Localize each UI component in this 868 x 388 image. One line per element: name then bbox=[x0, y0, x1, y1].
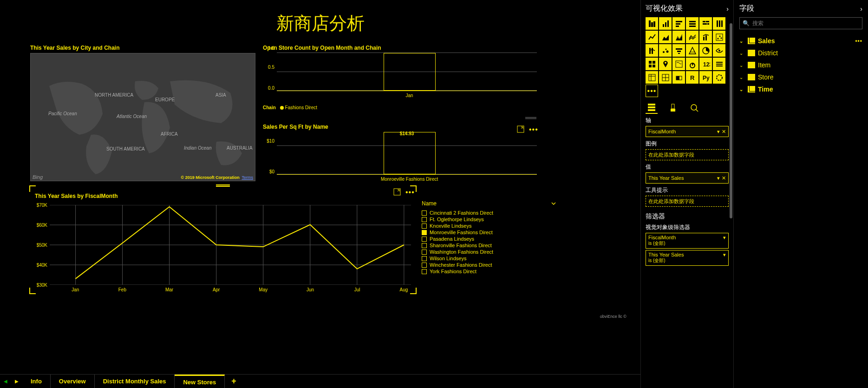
viz-type-icon[interactable] bbox=[699, 31, 712, 43]
next-page-icon[interactable]: ▶ bbox=[11, 379, 22, 384]
prev-page-icon[interactable]: ◀ bbox=[0, 379, 11, 384]
viz-type-icon[interactable] bbox=[672, 17, 685, 30]
slicer-item[interactable]: Sharonville Fashions Direct bbox=[422, 242, 556, 249]
viz-type-icon[interactable] bbox=[686, 58, 698, 70]
resize-handle-br[interactable] bbox=[410, 288, 417, 294]
viz-type-icon[interactable] bbox=[672, 44, 685, 57]
viz-type-icon[interactable]: R bbox=[686, 71, 698, 84]
viz-type-icon[interactable] bbox=[659, 17, 672, 30]
bar-chart-visual[interactable]: ••• Sales Per Sq Ft by Name $0 $10 $14.9… bbox=[263, 124, 539, 183]
add-page-button[interactable]: + bbox=[225, 376, 243, 386]
filter-fiscalmonth[interactable]: FiscalMonthis (全部) ▾ bbox=[646, 233, 729, 249]
slicer-item[interactable]: Ft. Oglethorpe Lindseys bbox=[422, 216, 556, 223]
checkbox[interactable] bbox=[422, 250, 427, 255]
format-tab-icon[interactable] bbox=[667, 102, 679, 114]
collapse-pane-icon[interactable]: › bbox=[726, 5, 729, 13]
checkbox[interactable] bbox=[422, 269, 427, 274]
chevron-down-icon[interactable] bbox=[551, 201, 556, 206]
viz-type-icon[interactable] bbox=[659, 71, 672, 84]
slicer-visual[interactable]: Name Cincinnati 2 Fashions DirectFt. Ogl… bbox=[422, 200, 556, 275]
tab-new-stores[interactable]: New Stores bbox=[175, 375, 225, 388]
terms-link[interactable]: Terms bbox=[242, 175, 254, 180]
scrollbar[interactable] bbox=[730, 23, 732, 383]
viz-type-icon[interactable] bbox=[686, 17, 698, 30]
viz-type-icon[interactable] bbox=[713, 71, 725, 84]
tab-overview[interactable]: Overview bbox=[51, 375, 95, 388]
viz-type-icon[interactable] bbox=[686, 44, 698, 57]
slicer-item[interactable]: Cincinnati 2 Fashions Direct bbox=[422, 210, 556, 216]
slicer-item[interactable]: Wilson Lindseys bbox=[422, 255, 556, 262]
checkbox[interactable] bbox=[422, 263, 427, 268]
viz-type-icon[interactable] bbox=[659, 44, 672, 57]
slicer-item[interactable]: Monroeville Fashions Direct bbox=[422, 229, 556, 236]
viz-type-icon[interactable] bbox=[713, 58, 725, 70]
drag-handle-icon[interactable] bbox=[525, 117, 536, 118]
remove-field-icon[interactable]: ✕ bbox=[722, 129, 726, 135]
more-visuals-icon[interactable]: ••• bbox=[646, 85, 658, 97]
viz-type-icon[interactable] bbox=[659, 31, 672, 43]
viz-type-icon[interactable] bbox=[646, 17, 658, 30]
slicer-item[interactable]: Knoxville Lindseys bbox=[422, 223, 556, 229]
checkbox[interactable] bbox=[422, 217, 427, 222]
viz-type-icon[interactable] bbox=[672, 58, 685, 70]
viz-type-icon[interactable]: Py bbox=[699, 71, 712, 84]
tab-info[interactable]: Info bbox=[22, 375, 51, 388]
focus-mode-icon[interactable] bbox=[393, 188, 401, 196]
column-bar[interactable] bbox=[384, 53, 436, 91]
table-sales[interactable]: ⌄ Sales ••• bbox=[739, 35, 862, 47]
drag-handle-icon[interactable] bbox=[216, 184, 230, 185]
chevron-down-icon[interactable]: ⌄ bbox=[739, 51, 745, 56]
viz-type-icon[interactable] bbox=[646, 71, 658, 84]
slicer-item[interactable]: York Fashions Direct bbox=[422, 268, 556, 275]
chevron-down-icon[interactable]: ▾ bbox=[717, 129, 720, 135]
analytics-tab-icon[interactable] bbox=[688, 102, 700, 114]
checkbox[interactable] bbox=[422, 243, 427, 248]
line-series[interactable] bbox=[76, 207, 404, 279]
chevron-down-icon[interactable]: ⌄ bbox=[739, 63, 745, 68]
slicer-item[interactable]: Winchester Fashions Direct bbox=[422, 262, 556, 268]
slicer-item[interactable]: Pasadena Lindseys bbox=[422, 236, 556, 242]
filter-this-year-sales[interactable]: This Year Salesis (全部) ▾ bbox=[646, 250, 729, 266]
checkbox[interactable] bbox=[422, 230, 427, 235]
checkbox[interactable] bbox=[422, 256, 427, 261]
table-district[interactable]: ⌄ District bbox=[739, 47, 862, 59]
bar-chart-bar[interactable] bbox=[384, 132, 436, 174]
collapse-pane-icon[interactable]: › bbox=[860, 5, 862, 13]
viz-type-icon[interactable] bbox=[672, 31, 685, 43]
viz-type-icon[interactable] bbox=[646, 44, 658, 57]
table-time[interactable]: ⌄ Time bbox=[739, 83, 862, 95]
viz-type-icon[interactable]: 123 bbox=[699, 58, 712, 70]
table-store[interactable]: ⌄ Store bbox=[739, 71, 862, 83]
viz-type-icon[interactable] bbox=[686, 31, 698, 43]
checkbox[interactable] bbox=[422, 237, 427, 242]
more-options-icon[interactable]: ••• bbox=[855, 38, 862, 44]
line-chart-visual[interactable]: ••• This Year Sales by FiscalMonth $30K … bbox=[30, 186, 416, 293]
fields-tab-icon[interactable] bbox=[646, 102, 658, 114]
viz-type-icon[interactable] bbox=[672, 71, 685, 84]
resize-handle-tl[interactable] bbox=[29, 185, 36, 192]
checkbox[interactable] bbox=[422, 224, 427, 229]
viz-type-icon[interactable] bbox=[646, 31, 658, 43]
remove-field-icon[interactable]: ✕ bbox=[722, 175, 726, 181]
tab-district-monthly-sales[interactable]: District Monthly Sales bbox=[95, 375, 175, 388]
slicer-item[interactable]: Washington Fashions Direct bbox=[422, 249, 556, 255]
viz-type-icon[interactable] bbox=[713, 17, 725, 30]
legend-well[interactable]: 在此处添加数据字段 bbox=[646, 149, 729, 160]
viz-type-icon[interactable] bbox=[713, 31, 725, 43]
chevron-down-icon[interactable]: ▾ bbox=[717, 175, 720, 181]
value-well[interactable]: This Year Sales ▾✕ bbox=[646, 172, 729, 184]
map-visual[interactable]: This Year Sales by City and Chain NORTH … bbox=[30, 45, 255, 181]
checkbox[interactable] bbox=[422, 210, 427, 216]
column-chart-visual[interactable]: Open Store Count by Open Month and Chain… bbox=[263, 45, 539, 110]
search-input[interactable] bbox=[752, 20, 859, 26]
viz-type-icon[interactable] bbox=[659, 58, 672, 70]
chevron-down-icon[interactable]: ⌄ bbox=[739, 75, 745, 80]
resize-handle-bl[interactable] bbox=[29, 288, 36, 294]
chevron-down-icon[interactable]: ▾ bbox=[723, 252, 726, 264]
viz-type-icon[interactable] bbox=[713, 44, 725, 57]
chevron-down-icon[interactable]: ⌄ bbox=[739, 87, 745, 92]
axis-well[interactable]: FiscalMonth ▾✕ bbox=[646, 126, 729, 137]
chevron-down-icon[interactable]: ⌄ bbox=[739, 39, 745, 44]
viz-type-icon[interactable] bbox=[646, 58, 658, 70]
more-options-icon[interactable]: ••• bbox=[405, 188, 413, 196]
